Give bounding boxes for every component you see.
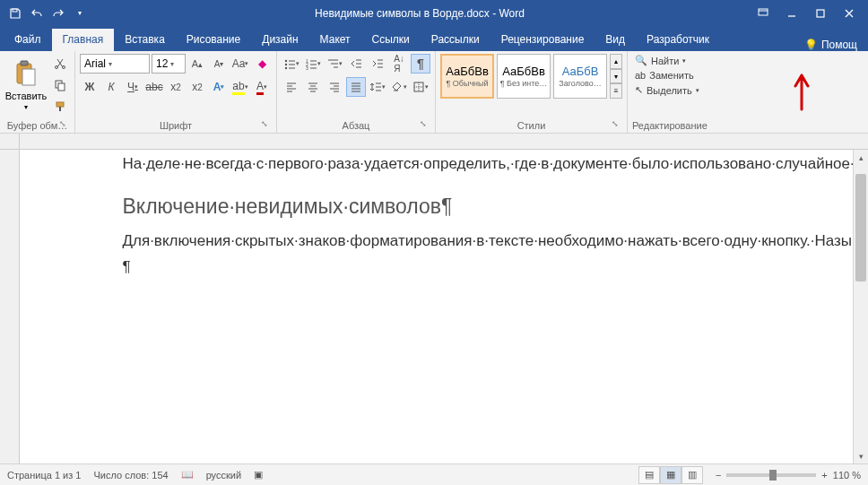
page[interactable]: На·деле·не·всегда·с·первого·раза·удается…: [114, 150, 760, 299]
zoom-out-button[interactable]: −: [716, 470, 721, 481]
redo-icon[interactable]: [48, 4, 68, 23]
tab-layout[interactable]: Макет: [309, 29, 361, 51]
numbering-button[interactable]: 123▾: [303, 54, 323, 74]
styles-more-icon[interactable]: ≡: [610, 83, 622, 99]
style-no-spacing[interactable]: АаБбВв¶ Без инте…: [497, 54, 551, 99]
select-button[interactable]: ↖Выделить▾: [632, 83, 702, 97]
increase-font-button[interactable]: A▴: [187, 54, 207, 74]
align-left-button[interactable]: [282, 77, 301, 97]
tab-review[interactable]: Рецензирование: [490, 29, 595, 51]
page-scroll[interactable]: На·деле·не·всегда·с·первого·раза·удается…: [20, 150, 853, 463]
increase-indent-button[interactable]: [368, 54, 387, 74]
cut-icon: [54, 57, 66, 70]
minimize-icon[interactable]: [778, 4, 805, 23]
shading-button[interactable]: ▾: [389, 77, 409, 97]
window-title: Невидимые символы в Ворде.docx - Word: [90, 7, 750, 20]
ruler-vertical[interactable]: [0, 150, 20, 463]
paragraph-body[interactable]: Для·включения·скрытых·знаков·форматирова…: [123, 230, 751, 253]
quick-access-toolbar: ▾: [5, 4, 90, 23]
tell-me[interactable]: 💡 Помощ: [797, 39, 864, 51]
tab-insert[interactable]: Вставка: [114, 29, 176, 51]
shading-icon: [391, 81, 404, 93]
align-right-button[interactable]: [325, 77, 344, 97]
show-hide-marks-button[interactable]: ¶: [411, 54, 430, 74]
style-normal[interactable]: АаБбВв¶ Обычный: [440, 54, 494, 99]
copy-button[interactable]: [50, 75, 70, 95]
ruler-horizontal[interactable]: [20, 134, 868, 150]
maximize-icon[interactable]: [807, 4, 834, 23]
paragraph-empty[interactable]: ¶: [123, 256, 751, 279]
zoom-slider[interactable]: [726, 473, 816, 477]
scroll-up-icon[interactable]: ▴: [854, 150, 868, 165]
underline-button[interactable]: Ч▾: [123, 77, 143, 97]
highlight-button[interactable]: ab▾: [230, 77, 250, 97]
svg-rect-5: [21, 61, 28, 65]
tab-references[interactable]: Ссылки: [361, 29, 421, 51]
view-read-button[interactable]: ▤: [638, 466, 660, 484]
change-case-button[interactable]: Aa▾: [230, 54, 250, 74]
multilevel-button[interactable]: ▾: [325, 54, 344, 74]
align-center-button[interactable]: [303, 77, 323, 97]
font-family-combo[interactable]: Arial▾: [80, 54, 150, 74]
decrease-font-button[interactable]: A▾: [209, 54, 229, 74]
tab-developer[interactable]: Разработчик: [636, 29, 720, 51]
tab-mailings[interactable]: Рассылки: [421, 29, 490, 51]
scroll-thumb[interactable]: [855, 174, 866, 281]
paragraph-launcher-icon[interactable]: ⤡: [418, 119, 429, 130]
view-web-button[interactable]: ▥: [681, 466, 703, 484]
styles-down-icon[interactable]: ▾: [610, 69, 622, 84]
styles-launcher-icon[interactable]: ⤡: [610, 119, 621, 130]
tab-file[interactable]: Файл: [4, 29, 52, 51]
status-macro-icon[interactable]: ▣: [254, 469, 263, 481]
cut-button[interactable]: [50, 54, 70, 74]
scroll-track[interactable]: [854, 165, 868, 448]
clear-formatting-button[interactable]: ◆: [252, 54, 272, 74]
tab-view[interactable]: Вид: [595, 29, 636, 51]
view-print-button[interactable]: ▦: [660, 466, 681, 484]
tab-home[interactable]: Главная: [52, 29, 115, 51]
bold-button[interactable]: Ж: [80, 77, 100, 97]
sort-button[interactable]: А↓Я: [389, 54, 409, 74]
tab-design[interactable]: Дизайн: [251, 29, 308, 51]
ribbon-options-icon[interactable]: [750, 4, 777, 23]
justify-button[interactable]: [346, 77, 366, 97]
zoom-control: − + 110 %: [716, 470, 861, 481]
styles-up-icon[interactable]: ▴: [610, 54, 622, 69]
font-color-button[interactable]: A▾: [252, 77, 272, 97]
bullets-button[interactable]: ▾: [282, 54, 301, 74]
close-icon[interactable]: [836, 4, 863, 23]
tab-draw[interactable]: Рисование: [176, 29, 251, 51]
borders-button[interactable]: ▾: [411, 77, 430, 97]
scroll-down-icon[interactable]: ▾: [854, 448, 868, 463]
style-heading1[interactable]: АаБбВЗаголово…: [553, 54, 607, 99]
undo-icon[interactable]: [27, 4, 47, 23]
font-launcher-icon[interactable]: ⤡: [259, 119, 270, 130]
font-size-combo[interactable]: 12▾: [152, 54, 186, 74]
zoom-value[interactable]: 110 %: [833, 470, 861, 481]
qat-customize-icon[interactable]: ▾: [70, 4, 90, 23]
save-icon[interactable]: [5, 4, 25, 23]
format-painter-button[interactable]: [50, 97, 70, 117]
status-words[interactable]: Число слов: 154: [93, 470, 168, 481]
text-effects-button[interactable]: A▾: [209, 77, 229, 97]
clipboard-launcher-icon[interactable]: ⤡: [57, 119, 68, 130]
group-editing-label: Редактирование: [632, 120, 707, 131]
zoom-in-button[interactable]: +: [821, 470, 827, 481]
line-spacing-button[interactable]: ▾: [368, 77, 387, 97]
zoom-slider-thumb[interactable]: [769, 470, 777, 481]
paste-label: Вставить: [5, 91, 48, 101]
svg-point-12: [285, 60, 287, 62]
replace-button[interactable]: abЗаменить: [632, 69, 697, 82]
paragraph-body[interactable]: На·деле·не·всегда·с·первого·раза·удается…: [123, 153, 751, 176]
decrease-indent-button[interactable]: [346, 54, 366, 74]
italic-button[interactable]: К: [101, 77, 121, 97]
subscript-button[interactable]: x2: [166, 77, 186, 97]
status-proofing-icon[interactable]: 📖: [181, 469, 194, 481]
heading-2[interactable]: Включение·невидимых·символов¶: [123, 192, 751, 221]
find-button[interactable]: 🔍Найти▾: [632, 54, 689, 67]
status-language[interactable]: русский: [206, 470, 241, 481]
status-page[interactable]: Страница 1 из 1: [7, 470, 81, 481]
superscript-button[interactable]: x2: [187, 77, 207, 97]
strikethrough-button[interactable]: abc: [144, 77, 164, 97]
paste-button[interactable]: Вставить ▾: [4, 54, 48, 117]
